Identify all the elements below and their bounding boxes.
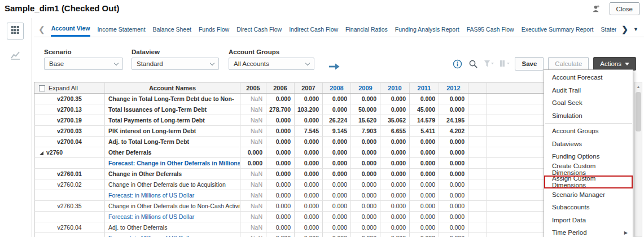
year-header-2006[interactable]: 2006 bbox=[266, 82, 295, 94]
value-cell[interactable]: 0.000 bbox=[266, 201, 295, 212]
value-cell[interactable]: 0.000 bbox=[439, 201, 468, 212]
value-cell[interactable]: 15.620 bbox=[351, 115, 380, 126]
close-button[interactable]: Close bbox=[610, 2, 639, 15]
value-cell[interactable]: 0.000 bbox=[295, 179, 323, 190]
value-cell[interactable]: NaN bbox=[240, 126, 266, 137]
year-header-2008[interactable]: 2008 bbox=[323, 82, 351, 94]
value-cell[interactable]: 0.000 bbox=[380, 201, 410, 212]
value-cell[interactable]: 0.000 bbox=[295, 169, 323, 179]
scenario-select[interactable]: Base bbox=[44, 58, 123, 70]
expand-all-checkbox[interactable] bbox=[39, 85, 45, 91]
value-cell[interactable]: NaN bbox=[240, 104, 266, 115]
value-cell[interactable]: 0.000 bbox=[439, 212, 468, 222]
tabs-scroll-left-icon[interactable]: ❮ bbox=[34, 25, 51, 34]
value-cell[interactable]: 0.000 bbox=[266, 222, 295, 233]
value-cell[interactable]: 0.000 bbox=[439, 190, 468, 201]
value-cell[interactable]: 0.000 bbox=[240, 147, 266, 158]
value-cell[interactable]: 0.000 bbox=[439, 94, 468, 104]
empty-cell[interactable] bbox=[468, 169, 487, 179]
value-cell[interactable]: 0.000 bbox=[323, 169, 351, 179]
actions-button[interactable]: Actions bbox=[593, 57, 636, 71]
forecast-link-cell[interactable]: Forecast: in Millions of US Dollar bbox=[105, 190, 240, 201]
menu-item-dataviews[interactable]: Dataviews bbox=[544, 138, 633, 151]
account-id-cell[interactable]: v2760 bbox=[34, 147, 105, 158]
year-header-2012[interactable]: 2012 bbox=[439, 82, 468, 94]
value-cell[interactable]: 0.000 bbox=[380, 104, 410, 115]
value-cell[interactable]: 0.000 bbox=[351, 179, 380, 190]
calculate-button[interactable]: Calculate bbox=[548, 57, 589, 71]
account-name-cell[interactable]: Change in Other Deferrals bbox=[105, 169, 240, 179]
empty-cell[interactable] bbox=[468, 190, 487, 201]
menu-item-goal-seek[interactable]: Goal Seek bbox=[544, 96, 633, 109]
value-cell[interactable]: 0.000 bbox=[439, 104, 468, 115]
year-header-2009[interactable]: 2009 bbox=[351, 82, 380, 94]
value-cell[interactable]: 0.000 bbox=[295, 115, 323, 126]
value-cell[interactable]: 0.000 bbox=[439, 233, 468, 237]
tab-statement-of-retained-earnings[interactable]: Statement of Retained Earnings bbox=[600, 21, 616, 37]
tabs-overflow-icon[interactable]: ▼ bbox=[633, 27, 644, 32]
value-cell[interactable]: 0.000 bbox=[380, 212, 410, 222]
value-cell[interactable]: 0.000 bbox=[266, 233, 295, 237]
value-cell[interactable]: 0.000 bbox=[323, 190, 351, 201]
value-cell[interactable]: 5.411 bbox=[410, 126, 439, 137]
value-cell[interactable]: 14.579 bbox=[410, 115, 439, 126]
value-cell[interactable]: 0.000 bbox=[410, 94, 439, 104]
menu-item-funding-options[interactable]: Funding Options bbox=[544, 150, 633, 163]
tab-funding-analysis-report[interactable]: Funding Analysis Report bbox=[395, 21, 460, 37]
account-id-cell[interactable] bbox=[34, 190, 105, 201]
account-groups-select[interactable]: All Accounts bbox=[229, 58, 314, 70]
value-cell[interactable]: 0.000 bbox=[266, 94, 295, 104]
menu-item-create-custom-dimensions[interactable]: Create Custom Dimensions bbox=[544, 163, 633, 176]
value-cell[interactable]: 45.000 bbox=[410, 104, 439, 115]
value-cell[interactable]: 0.000 bbox=[439, 222, 468, 233]
expand-all-header[interactable]: Expand All bbox=[34, 82, 105, 94]
tab-executive-summary-report[interactable]: Executive Summary Report bbox=[521, 21, 594, 37]
value-cell[interactable]: 0.000 bbox=[380, 190, 410, 201]
value-cell[interactable]: 0.000 bbox=[295, 158, 323, 169]
scrollbar-thumb[interactable] bbox=[636, 92, 641, 131]
tab-balance-sheet[interactable]: Balance Sheet bbox=[152, 21, 192, 37]
value-cell[interactable]: 0.000 bbox=[323, 158, 351, 169]
value-cell[interactable]: 0.000 bbox=[410, 212, 439, 222]
value-cell[interactable]: 9.145 bbox=[323, 126, 351, 137]
value-cell[interactable]: 0.000 bbox=[323, 233, 351, 237]
value-cell[interactable]: 0.000 bbox=[351, 212, 380, 222]
value-cell[interactable]: 0.000 bbox=[323, 137, 351, 147]
value-cell[interactable]: NaN bbox=[240, 115, 266, 126]
value-cell[interactable]: 7.545 bbox=[295, 126, 323, 137]
value-cell[interactable]: 0.000 bbox=[351, 222, 380, 233]
forecast-link-cell[interactable]: Forecast: in Millions of US Dollar bbox=[105, 212, 240, 222]
value-cell[interactable]: 0.000 bbox=[266, 179, 295, 190]
value-cell[interactable]: NaN bbox=[240, 222, 266, 233]
info-icon[interactable] bbox=[452, 58, 463, 69]
tab-income-statement[interactable]: Income Statement bbox=[97, 21, 146, 37]
account-id-cell[interactable]: v2700.19 bbox=[34, 115, 105, 126]
value-cell[interactable]: 0.000 bbox=[439, 147, 468, 158]
year-header-2010[interactable]: 2010 bbox=[380, 82, 410, 94]
tab-direct-cash-flow[interactable]: Direct Cash Flow bbox=[236, 21, 282, 37]
value-cell[interactable]: 0.000 bbox=[351, 233, 380, 237]
value-cell[interactable]: 0.000 bbox=[266, 212, 295, 222]
menu-item-scenario-manager[interactable]: Scenario Manager bbox=[544, 188, 633, 201]
value-cell[interactable]: 0.000 bbox=[266, 190, 295, 201]
value-cell[interactable]: 24.195 bbox=[439, 115, 468, 126]
value-cell[interactable]: 0.000 bbox=[240, 158, 266, 169]
empty-cell[interactable] bbox=[468, 94, 487, 104]
value-cell[interactable]: 0.000 bbox=[410, 169, 439, 179]
value-cell[interactable]: NaN bbox=[240, 190, 266, 201]
year-header-2011[interactable]: 2011 bbox=[410, 82, 439, 94]
account-id-cell[interactable] bbox=[34, 212, 105, 222]
value-cell[interactable]: 0.000 bbox=[295, 212, 323, 222]
value-cell[interactable]: 0.000 bbox=[439, 137, 468, 147]
empty-cell[interactable] bbox=[468, 179, 487, 190]
value-cell[interactable]: 0.000 bbox=[380, 179, 410, 190]
account-name-cell[interactable]: Other Deferrals bbox=[105, 147, 240, 158]
menu-item-import-data[interactable]: Import Data bbox=[544, 214, 633, 227]
value-cell[interactable]: 0.000 bbox=[295, 147, 323, 158]
value-cell[interactable]: NaN bbox=[240, 169, 266, 179]
save-button[interactable]: Save bbox=[515, 57, 544, 71]
empty-cell[interactable] bbox=[468, 137, 487, 147]
year-header-2005[interactable]: 2005 bbox=[240, 82, 266, 94]
account-id-cell[interactable]: v2700.04 bbox=[34, 137, 105, 147]
value-cell[interactable]: 26.224 bbox=[323, 115, 351, 126]
